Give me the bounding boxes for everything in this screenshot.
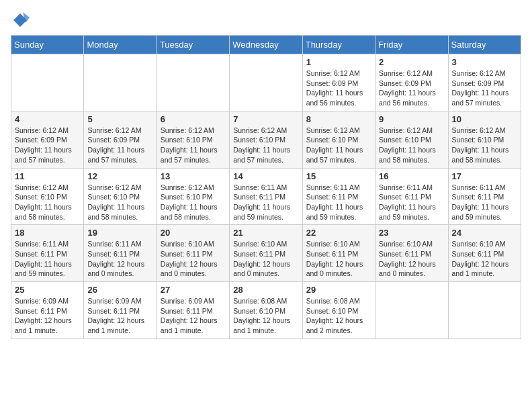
calendar-cell: 10Sunrise: 6:12 AMSunset: 6:10 PMDayligh… xyxy=(448,111,521,168)
calendar-cell: 5Sunrise: 6:12 AMSunset: 6:09 PMDaylight… xyxy=(84,111,157,168)
calendar-cell: 8Sunrise: 6:12 AMSunset: 6:10 PMDaylight… xyxy=(302,111,375,168)
calendar-cell: 7Sunrise: 6:12 AMSunset: 6:10 PMDaylight… xyxy=(230,111,302,168)
weekday-header-friday: Friday xyxy=(375,36,448,54)
day-info: Sunrise: 6:12 AMSunset: 6:10 PMDaylight:… xyxy=(379,126,444,165)
weekday-header-saturday: Saturday xyxy=(448,36,521,54)
calendar-cell: 2Sunrise: 6:12 AMSunset: 6:09 PMDaylight… xyxy=(375,54,448,111)
day-number: 15 xyxy=(306,171,371,181)
day-info: Sunrise: 6:11 AMSunset: 6:11 PMDaylight:… xyxy=(306,183,371,222)
day-number: 13 xyxy=(161,171,226,181)
day-number: 25 xyxy=(15,285,80,295)
day-info: Sunrise: 6:12 AMSunset: 6:10 PMDaylight:… xyxy=(161,183,226,222)
calendar-cell: 4Sunrise: 6:12 AMSunset: 6:09 PMDaylight… xyxy=(11,111,84,168)
day-info: Sunrise: 6:09 AMSunset: 6:11 PMDaylight:… xyxy=(161,296,226,336)
day-number: 17 xyxy=(452,171,517,181)
header xyxy=(11,11,521,30)
logo xyxy=(11,11,32,30)
day-number: 22 xyxy=(306,228,371,238)
day-info: Sunrise: 6:12 AMSunset: 6:09 PMDaylight:… xyxy=(15,126,80,165)
day-info: Sunrise: 6:11 AMSunset: 6:11 PMDaylight:… xyxy=(452,183,517,222)
day-info: Sunrise: 6:09 AMSunset: 6:11 PMDaylight:… xyxy=(15,296,80,336)
calendar-cell: 1Sunrise: 6:12 AMSunset: 6:09 PMDaylight… xyxy=(302,54,375,111)
weekday-header-wednesday: Wednesday xyxy=(230,36,302,54)
weekday-header-tuesday: Tuesday xyxy=(157,36,229,54)
calendar-cell: 16Sunrise: 6:11 AMSunset: 6:11 PMDayligh… xyxy=(375,168,448,225)
day-info: Sunrise: 6:10 AMSunset: 6:11 PMDaylight:… xyxy=(306,239,371,279)
day-number: 28 xyxy=(233,285,298,295)
day-number: 4 xyxy=(15,114,80,124)
calendar-cell: 20Sunrise: 6:10 AMSunset: 6:11 PMDayligh… xyxy=(157,225,229,282)
calendar-cell xyxy=(375,282,448,339)
day-info: Sunrise: 6:10 AMSunset: 6:11 PMDaylight:… xyxy=(379,239,444,279)
calendar-cell: 17Sunrise: 6:11 AMSunset: 6:11 PMDayligh… xyxy=(448,168,521,225)
calendar-cell: 28Sunrise: 6:08 AMSunset: 6:10 PMDayligh… xyxy=(230,282,302,339)
calendar-cell: 21Sunrise: 6:10 AMSunset: 6:11 PMDayligh… xyxy=(230,225,302,282)
calendar-cell xyxy=(157,54,229,111)
day-info: Sunrise: 6:12 AMSunset: 6:10 PMDaylight:… xyxy=(306,126,371,165)
day-number: 11 xyxy=(15,171,80,181)
day-number: 12 xyxy=(87,171,152,181)
weekday-header-row: SundayMondayTuesdayWednesdayThursdayFrid… xyxy=(11,36,521,54)
day-number: 6 xyxy=(161,114,226,124)
day-info: Sunrise: 6:12 AMSunset: 6:10 PMDaylight:… xyxy=(15,183,80,222)
day-info: Sunrise: 6:09 AMSunset: 6:11 PMDaylight:… xyxy=(87,296,152,336)
day-info: Sunrise: 6:11 AMSunset: 6:11 PMDaylight:… xyxy=(15,239,80,279)
week-row-3: 11Sunrise: 6:12 AMSunset: 6:10 PMDayligh… xyxy=(11,168,521,225)
calendar-cell: 18Sunrise: 6:11 AMSunset: 6:11 PMDayligh… xyxy=(11,225,84,282)
logo-icon xyxy=(11,11,30,30)
calendar-cell: 22Sunrise: 6:10 AMSunset: 6:11 PMDayligh… xyxy=(302,225,375,282)
day-number: 27 xyxy=(161,285,226,295)
calendar-cell: 26Sunrise: 6:09 AMSunset: 6:11 PMDayligh… xyxy=(84,282,157,339)
calendar-cell: 24Sunrise: 6:10 AMSunset: 6:11 PMDayligh… xyxy=(448,225,521,282)
week-row-2: 4Sunrise: 6:12 AMSunset: 6:09 PMDaylight… xyxy=(11,111,521,168)
day-info: Sunrise: 6:12 AMSunset: 6:09 PMDaylight:… xyxy=(379,68,444,108)
day-info: Sunrise: 6:12 AMSunset: 6:10 PMDaylight:… xyxy=(161,126,226,165)
day-info: Sunrise: 6:10 AMSunset: 6:11 PMDaylight:… xyxy=(452,239,517,279)
day-info: Sunrise: 6:12 AMSunset: 6:09 PMDaylight:… xyxy=(87,126,152,165)
day-number: 29 xyxy=(306,285,371,295)
calendar-cell: 27Sunrise: 6:09 AMSunset: 6:11 PMDayligh… xyxy=(157,282,229,339)
day-info: Sunrise: 6:12 AMSunset: 6:09 PMDaylight:… xyxy=(452,68,517,108)
calendar-cell: 29Sunrise: 6:08 AMSunset: 6:10 PMDayligh… xyxy=(302,282,375,339)
calendar-cell: 9Sunrise: 6:12 AMSunset: 6:10 PMDaylight… xyxy=(375,111,448,168)
week-row-1: 1Sunrise: 6:12 AMSunset: 6:09 PMDaylight… xyxy=(11,54,521,111)
day-info: Sunrise: 6:08 AMSunset: 6:10 PMDaylight:… xyxy=(233,296,298,336)
weekday-header-thursday: Thursday xyxy=(302,36,375,54)
day-number: 9 xyxy=(379,114,444,124)
weekday-header-monday: Monday xyxy=(84,36,157,54)
day-info: Sunrise: 6:10 AMSunset: 6:11 PMDaylight:… xyxy=(161,239,226,279)
day-number: 26 xyxy=(87,285,152,295)
calendar-cell xyxy=(84,54,157,111)
day-info: Sunrise: 6:11 AMSunset: 6:11 PMDaylight:… xyxy=(233,183,298,222)
day-number: 5 xyxy=(87,114,152,124)
day-number: 1 xyxy=(306,57,371,67)
day-number: 8 xyxy=(306,114,371,124)
day-info: Sunrise: 6:12 AMSunset: 6:10 PMDaylight:… xyxy=(87,183,152,222)
day-number: 3 xyxy=(452,57,517,67)
calendar-cell: 3Sunrise: 6:12 AMSunset: 6:09 PMDaylight… xyxy=(448,54,521,111)
day-number: 23 xyxy=(379,228,444,238)
day-number: 21 xyxy=(233,228,298,238)
day-number: 2 xyxy=(379,57,444,67)
week-row-5: 25Sunrise: 6:09 AMSunset: 6:11 PMDayligh… xyxy=(11,282,521,339)
calendar-cell: 15Sunrise: 6:11 AMSunset: 6:11 PMDayligh… xyxy=(302,168,375,225)
calendar-cell: 13Sunrise: 6:12 AMSunset: 6:10 PMDayligh… xyxy=(157,168,229,225)
day-number: 24 xyxy=(452,228,517,238)
day-info: Sunrise: 6:10 AMSunset: 6:11 PMDaylight:… xyxy=(233,239,298,279)
day-number: 18 xyxy=(15,228,80,238)
day-info: Sunrise: 6:11 AMSunset: 6:11 PMDaylight:… xyxy=(379,183,444,222)
calendar-cell xyxy=(230,54,302,111)
calendar-cell xyxy=(448,282,521,339)
day-number: 7 xyxy=(233,114,298,124)
calendar-cell xyxy=(11,54,84,111)
day-info: Sunrise: 6:08 AMSunset: 6:10 PMDaylight:… xyxy=(306,296,371,336)
calendar-cell: 25Sunrise: 6:09 AMSunset: 6:11 PMDayligh… xyxy=(11,282,84,339)
calendar-cell: 14Sunrise: 6:11 AMSunset: 6:11 PMDayligh… xyxy=(230,168,302,225)
calendar-cell: 6Sunrise: 6:12 AMSunset: 6:10 PMDaylight… xyxy=(157,111,229,168)
day-info: Sunrise: 6:12 AMSunset: 6:09 PMDaylight:… xyxy=(306,68,371,108)
day-number: 14 xyxy=(233,171,298,181)
day-number: 10 xyxy=(452,114,517,124)
calendar-cell: 23Sunrise: 6:10 AMSunset: 6:11 PMDayligh… xyxy=(375,225,448,282)
day-info: Sunrise: 6:12 AMSunset: 6:10 PMDaylight:… xyxy=(233,126,298,165)
weekday-header-sunday: Sunday xyxy=(11,36,84,54)
